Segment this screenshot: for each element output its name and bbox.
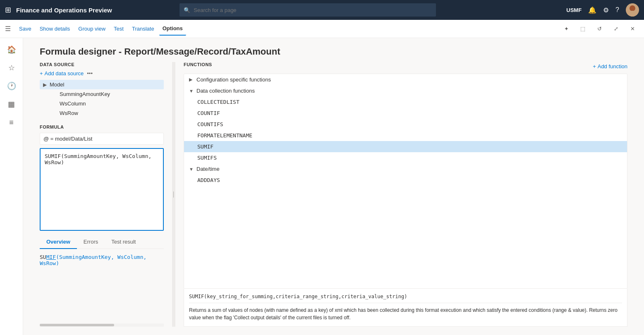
content-area: Formula designer - Report/Message/Record… (23, 38, 644, 335)
formula-path: @ = model/Data/List (40, 133, 164, 145)
left-sidebar: 🏠 ☆ 🕐 ▦ ≡ (0, 38, 23, 335)
chevron-down-datacoll: ▼ (189, 89, 194, 93)
search-icon: 🔍 (184, 7, 190, 13)
search-bar[interactable]: 🔍 (180, 3, 436, 17)
tree-label-wsrow: WsRow (60, 110, 78, 116)
page-title: Formula designer - Report/Message/Record… (40, 46, 627, 57)
more-icon[interactable]: ••• (87, 70, 93, 77)
search-input[interactable] (194, 7, 432, 13)
top-nav: ⊞ Finance and Operations Preview 🔍 USMF … (0, 0, 644, 20)
app-title: Finance and Operations Preview (16, 7, 112, 14)
tab-errors[interactable]: Errors (77, 235, 105, 249)
resize-handle[interactable]: │ (172, 62, 175, 327)
fn-group-datacoll-header[interactable]: ▼ Data collection functions (184, 85, 627, 96)
fn-desc-text: Returns a sum of values of nodes (with n… (189, 306, 622, 321)
fn-group-config: ▶ Configuration specific functions (184, 74, 627, 85)
fn-group-datetime-header[interactable]: ▼ Date/time (184, 163, 627, 175)
add-datasource-button[interactable]: + Add data source ••• (40, 70, 164, 77)
user-label: USMF (566, 7, 582, 13)
right-panel: FUNCTIONS + Add function ▶ Configuration… (184, 62, 627, 327)
refresh-icon[interactable]: ↺ (593, 22, 606, 36)
formula-tabs: Overview Errors Test result (40, 235, 164, 249)
fn-item-collectedlist[interactable]: COLLECTEDLIST (184, 96, 627, 108)
datasource-tree: ▶ Model SummingAmountKey WsColumn WsRow (40, 80, 164, 118)
fn-description: SUMIF(key_string_for_summing,criteria_ra… (184, 289, 627, 327)
fn-group-config-header[interactable]: ▶ Configuration specific functions (184, 74, 627, 85)
formula-result: SUMIF(SummingAmountKey, WsColumn, WsRow) (40, 249, 164, 271)
fn-item-countifs[interactable]: COUNTIFS (184, 119, 627, 130)
fn-item-adddays[interactable]: ADDDAYS (184, 175, 627, 186)
tab-test-result[interactable]: Test result (105, 235, 142, 249)
formula-title: FORMULA (40, 124, 164, 129)
close-icon[interactable]: ✕ (626, 22, 639, 36)
data-source-title: DATA SOURCE (40, 62, 164, 67)
fn-group-config-label: Configuration specific functions (196, 77, 271, 83)
add-function-button[interactable]: + Add function (593, 63, 627, 69)
sidebar-star-icon[interactable]: ☆ (3, 60, 20, 76)
fn-group-datetime-label: Date/time (196, 166, 220, 172)
fn-item-countif[interactable]: COUNTIF (184, 108, 627, 119)
tree-label-model: Model (50, 81, 64, 88)
top-nav-right: USMF 🔔 ⚙ ? (566, 3, 639, 17)
help-icon[interactable]: ? (615, 6, 619, 14)
tree-label-wscolumn: WsColumn (60, 100, 86, 107)
svg-point-1 (627, 11, 637, 17)
group-view-button[interactable]: Group view (75, 22, 109, 36)
main-layout: 🏠 ☆ 🕐 ▦ ≡ Formula designer - Report/Mess… (0, 38, 644, 335)
tree-item-wsrow[interactable]: WsRow (40, 108, 164, 118)
detach-icon[interactable]: ⬚ (576, 22, 589, 36)
tree-item-summing[interactable]: SummingAmountKey (40, 89, 164, 99)
tree-item-wscolumn[interactable]: WsColumn (40, 99, 164, 108)
show-details-button[interactable]: Show details (36, 22, 74, 36)
formula-input[interactable]: SUMIF(SummingAmountKey, WsColumn, WsRow) (40, 148, 164, 231)
translate-button[interactable]: Translate (129, 22, 158, 36)
fn-group-datacoll-label: Data collection functions (196, 88, 255, 94)
layout-icon[interactable]: ✦ (560, 22, 573, 36)
fn-item-sumif[interactable]: SUMIF (184, 141, 627, 152)
test-button[interactable]: Test (110, 22, 127, 36)
avatar[interactable] (626, 3, 639, 17)
cmd-right: ✦ ⬚ ↺ ⤢ ✕ (560, 22, 639, 36)
notification-icon[interactable]: 🔔 (588, 6, 596, 14)
fn-item-formatelementname[interactable]: FORMATELEMENTNAME (184, 130, 627, 141)
command-bar: ☰ Save Show details Group view Test Tran… (0, 20, 644, 38)
formula-section: FORMULA @ = model/Data/List SUMIF(Summin… (40, 124, 164, 271)
chevron-down-datetime: ▼ (189, 167, 194, 172)
functions-title: FUNCTIONS (184, 62, 212, 67)
panels-row: DATA SOURCE + Add data source ••• ▶ Mode… (23, 62, 644, 335)
fn-group-datacoll: ▼ Data collection functions COLLECTEDLIS… (184, 85, 627, 163)
tree-item-model[interactable]: ▶ Model (40, 80, 164, 89)
options-button[interactable]: Options (159, 22, 186, 36)
fn-item-sumifs[interactable]: SUMIFS (184, 152, 627, 163)
result-mif: MIF (46, 254, 56, 260)
functions-header: FUNCTIONS + Add function (184, 62, 627, 70)
sidebar-grid-icon[interactable]: ▦ (3, 96, 20, 112)
maximize-icon[interactable]: ⤢ (609, 22, 622, 36)
chevron-right-config: ▶ (189, 77, 194, 82)
grid-icon[interactable]: ⊞ (5, 5, 11, 14)
functions-tree: ▶ Configuration specific functions ▼ Dat… (184, 74, 627, 289)
save-button[interactable]: Save (16, 22, 35, 36)
result-su: SU (40, 254, 46, 260)
add-icon: + (40, 70, 43, 77)
tree-label-summing: SummingAmountKey (60, 91, 110, 97)
result-params: (SummingAmountKey, WsColumn, WsRow) (40, 254, 146, 266)
add-fn-icon: + (593, 63, 596, 69)
sidebar-home-icon[interactable]: 🏠 (3, 41, 20, 58)
hamburger-icon[interactable]: ☰ (5, 25, 11, 33)
fn-group-datetime: ▼ Date/time ADDDAYS (184, 163, 627, 186)
settings-icon[interactable]: ⚙ (603, 6, 609, 14)
left-panel: DATA SOURCE + Add data source ••• ▶ Mode… (40, 62, 164, 327)
page-title-bar: Formula designer - Report/Message/Record… (23, 38, 644, 62)
tab-overview[interactable]: Overview (40, 235, 77, 249)
fn-signature: SUMIF(key_string_for_summing,criteria_ra… (189, 294, 622, 303)
chevron-right-icon: ▶ (43, 82, 50, 88)
sidebar-list-icon[interactable]: ≡ (3, 114, 20, 131)
svg-point-0 (630, 5, 635, 11)
sidebar-clock-icon[interactable]: 🕐 (3, 78, 20, 94)
